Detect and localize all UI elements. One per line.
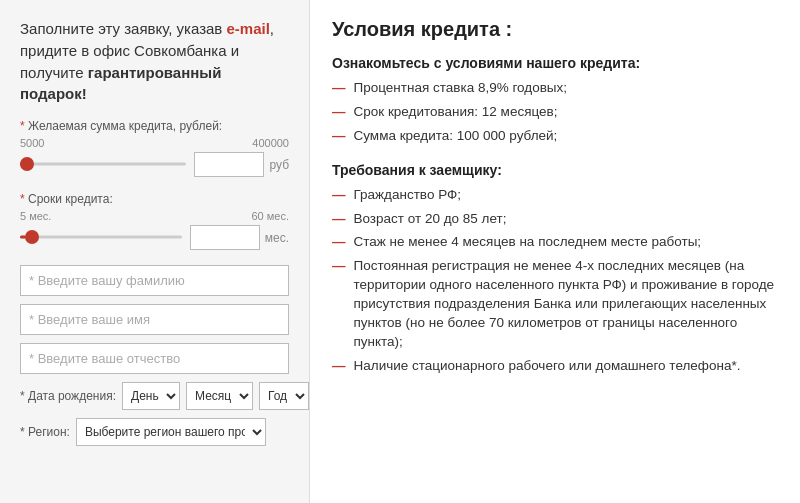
- requirement-item: Постоянная регистрация не менее 4-х посл…: [332, 257, 778, 351]
- region-select[interactable]: Выберите регион вашего прожив...: [76, 418, 266, 446]
- loan-amount-slider[interactable]: [20, 155, 186, 173]
- main-container: Заполните эту заявку, указав e-mail, при…: [0, 0, 800, 503]
- region-row: * Регион: Выберите регион вашего прожив.…: [20, 418, 289, 446]
- loan-term-unit: мес.: [265, 231, 289, 245]
- loan-term-input[interactable]: 7: [190, 225, 260, 250]
- loan-term-input-group: 7 мес.: [190, 225, 289, 250]
- lastname-input[interactable]: [20, 265, 289, 296]
- firstname-field: [20, 304, 289, 335]
- condition-item: Процентная ставка 8,9% годовых;: [332, 79, 778, 98]
- loan-term-slider[interactable]: [20, 228, 182, 246]
- right-panel: Условия кредита : Ознакомьтесь с условия…: [310, 0, 800, 503]
- promo-text: Заполните эту заявку, указав e-mail, при…: [20, 18, 289, 105]
- loan-amount-input-group: 5000 руб: [194, 152, 289, 177]
- requirements-subtitle: Требования к заемщику:: [332, 162, 778, 178]
- slider2-range-row: 5 мес. 60 мес.: [20, 210, 289, 222]
- dob-year-select[interactable]: Год: [259, 382, 309, 410]
- patronymic-input[interactable]: [20, 343, 289, 374]
- firstname-input[interactable]: [20, 304, 289, 335]
- requirement-item: Возраст от 20 до 85 лет;: [332, 210, 778, 229]
- slider2-track: [20, 236, 182, 239]
- left-panel: Заполните эту заявку, указав e-mail, при…: [0, 0, 310, 503]
- loan-amount-label: * Желаемая сумма кредита, рублей:: [20, 119, 289, 133]
- dob-label: * Дата рождения:: [20, 389, 116, 403]
- lastname-field: [20, 265, 289, 296]
- loan-term-section: * Сроки кредита: 5 мес. 60 мес. 7 мес.: [20, 192, 289, 253]
- dob-month-select[interactable]: Месяц: [186, 382, 253, 410]
- loan-term-label: * Сроки кредита:: [20, 192, 289, 206]
- loan-amount-unit: руб: [269, 158, 289, 172]
- conditions-list: Процентная ставка 8,9% годовых; Срок кре…: [332, 79, 778, 146]
- requirements-list: Гражданство РФ; Возраст от 20 до 85 лет;…: [332, 186, 778, 376]
- dob-row: * Дата рождения: День Месяц Год: [20, 382, 289, 410]
- requirement-item: Гражданство РФ;: [332, 186, 778, 205]
- slider2-thumb[interactable]: [25, 230, 39, 244]
- loan-amount-section: * Желаемая сумма кредита, рублей: 5000 4…: [20, 119, 289, 180]
- loan-amount-input[interactable]: 5000: [194, 152, 264, 177]
- requirement-item: Наличие стационарного рабочего или домаш…: [332, 357, 778, 376]
- slider1-range-row: 5000 400000: [20, 137, 289, 149]
- requirement-item: Стаж не менее 4 месяцев на последнем мес…: [332, 233, 778, 252]
- dob-day-select[interactable]: День: [122, 382, 180, 410]
- slider1-track: [20, 163, 186, 166]
- condition-item: Сумма кредита: 100 000 рублей;: [332, 127, 778, 146]
- conditions-subtitle: Ознакомьтесь с условиями нашего кредита:: [332, 55, 778, 71]
- condition-item: Срок кредитования: 12 месяцев;: [332, 103, 778, 122]
- patronymic-field: [20, 343, 289, 374]
- promo-email-highlight: e-mail: [227, 20, 270, 37]
- region-label: * Регион:: [20, 425, 70, 439]
- credit-title: Условия кредита :: [332, 18, 778, 41]
- slider1-thumb[interactable]: [20, 157, 34, 171]
